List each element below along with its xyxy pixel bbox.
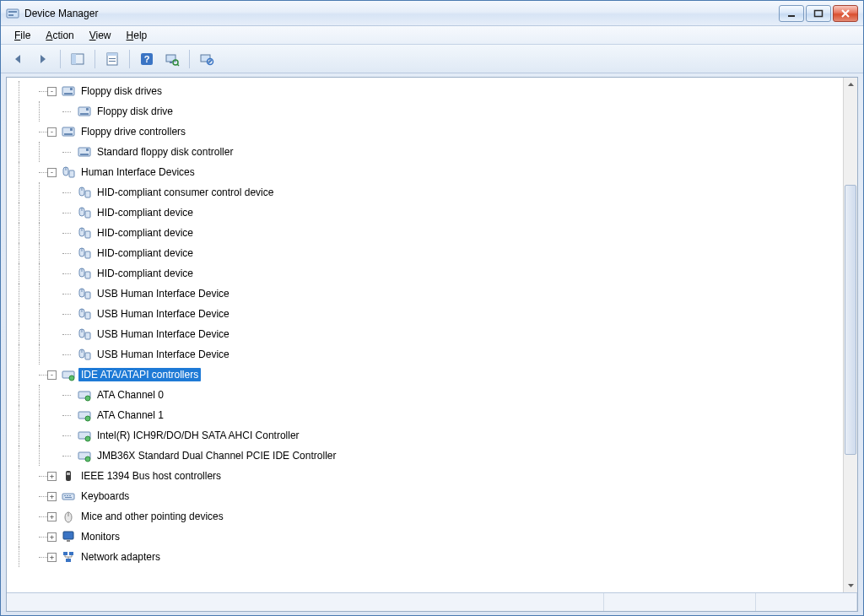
tree-node-label[interactable]: Floppy disk drive (94, 105, 176, 118)
svg-rect-47 (85, 332, 90, 339)
tree-node[interactable]: -IDE ATA/ATAPI controllers (14, 365, 843, 385)
menu-view[interactable]: View (83, 28, 118, 43)
tree-node-label[interactable]: Monitors (78, 530, 122, 543)
tree-node[interactable]: USB Human Interface Device (14, 284, 843, 304)
hid-icon (78, 307, 91, 321)
vertical-scrollbar[interactable] (843, 78, 857, 592)
tree-node-label[interactable]: Human Interface Devices (78, 165, 197, 179)
titlebar[interactable]: Device Manager (1, 1, 863, 26)
expand-icon[interactable]: + (47, 532, 57, 542)
tree-node[interactable]: HID-compliant device (14, 203, 843, 223)
tree-node[interactable]: +IEEE 1394 Bus host controllers (14, 466, 843, 486)
close-button[interactable] (833, 5, 858, 22)
tree-node-label[interactable]: Network adapters (78, 550, 163, 564)
tree-node[interactable]: USB Human Interface Device (14, 304, 843, 324)
svg-rect-0 (7, 9, 19, 18)
tree-node[interactable]: Intel(R) ICH9R/DO/DH SATA AHCI Controlle… (14, 425, 843, 446)
tree-node-label[interactable]: JMB36X Standard Dual Channel PCIE IDE Co… (94, 449, 338, 462)
tree-node[interactable]: ATA Channel 1 (14, 405, 843, 425)
svg-rect-68 (63, 532, 73, 539)
tree-node[interactable]: -Floppy disk drives (14, 81, 843, 101)
monitor-icon (62, 530, 75, 543)
properties-button[interactable] (100, 48, 124, 70)
scan-hardware-button[interactable] (160, 48, 184, 70)
tree-node-label[interactable]: Floppy drive controllers (78, 125, 188, 138)
tree-node-label[interactable]: Mice and other pointing devices (78, 510, 226, 523)
tree-node[interactable]: +Keyboards (14, 486, 843, 506)
svg-point-59 (85, 457, 90, 462)
scroll-track[interactable] (844, 92, 857, 578)
tree-node-label[interactable]: Floppy disk drives (78, 84, 165, 98)
tree-node-label[interactable]: Keyboards (78, 489, 132, 503)
toolbar-separator (189, 50, 190, 68)
svg-rect-9 (109, 58, 116, 59)
tree-node[interactable]: JMB36X Standard Dual Channel PCIE IDE Co… (14, 446, 843, 466)
collapse-icon[interactable]: - (47, 127, 57, 137)
scroll-down-button[interactable] (844, 578, 857, 592)
maximize-button[interactable] (806, 5, 831, 22)
device-tree[interactable]: -Floppy disk drivesFloppy disk drive-Flo… (7, 78, 843, 592)
help-button[interactable]: ? (135, 48, 159, 70)
mouse-icon (62, 510, 75, 523)
tree-node[interactable]: HID-compliant device (14, 243, 843, 263)
ide-icon (78, 408, 91, 422)
tree-node-label[interactable]: HID-compliant device (94, 226, 196, 240)
back-button[interactable] (6, 48, 30, 70)
menu-help[interactable]: Help (120, 28, 154, 43)
menu-file[interactable]: File (8, 28, 37, 43)
tree-node-label[interactable]: HID-compliant consumer control device (94, 186, 276, 199)
expand-icon[interactable]: + (47, 492, 57, 501)
tree-node-label[interactable]: Standard floppy disk controller (94, 145, 235, 159)
uninstall-button[interactable] (195, 48, 219, 70)
tree-node[interactable]: USB Human Interface Device (14, 324, 843, 344)
tree-node-label[interactable]: ATA Channel 0 (94, 388, 166, 402)
tree-node[interactable]: -Floppy drive controllers (14, 122, 843, 142)
svg-rect-64 (67, 495, 68, 496)
scroll-thumb[interactable] (845, 185, 856, 455)
tree-node[interactable]: Floppy disk drive (14, 101, 843, 122)
tree-node-label[interactable]: HID-compliant device (94, 267, 196, 280)
floppy-drive-icon (62, 84, 75, 98)
show-hide-tree-button[interactable] (66, 48, 89, 70)
svg-rect-22 (80, 113, 89, 115)
tree-node[interactable]: HID-compliant device (14, 223, 843, 243)
tree-node[interactable]: HID-compliant consumer control device (14, 182, 843, 203)
tree-node[interactable]: +Monitors (14, 527, 843, 547)
tree-node-label[interactable]: Intel(R) ICH9R/DO/DH SATA AHCI Controlle… (94, 429, 302, 442)
collapse-icon[interactable]: - (47, 370, 57, 380)
svg-rect-8 (107, 53, 117, 56)
tree-node[interactable]: +Mice and other pointing devices (14, 506, 843, 527)
tree-node[interactable]: Standard floppy disk controller (14, 142, 843, 162)
forward-button[interactable] (31, 48, 55, 70)
menu-action[interactable]: Action (39, 28, 80, 43)
minimize-button[interactable] (779, 5, 804, 22)
toolbar-separator (94, 50, 95, 68)
tree-node[interactable]: +Network adapters (14, 547, 843, 567)
tree-node[interactable]: USB Human Interface Device (14, 344, 843, 365)
svg-rect-29 (86, 149, 89, 151)
tree-node-label[interactable]: HID-compliant device (94, 206, 196, 219)
tree-node-label[interactable]: USB Human Interface Device (94, 307, 232, 321)
tree-node-label[interactable]: HID-compliant device (94, 246, 196, 260)
tree-node[interactable]: -Human Interface Devices (14, 162, 843, 182)
scroll-up-button[interactable] (844, 78, 857, 92)
tree-node-label[interactable]: USB Human Interface Device (94, 348, 232, 361)
expand-icon[interactable]: + (47, 553, 57, 562)
collapse-icon[interactable]: - (47, 168, 57, 177)
collapse-icon[interactable]: - (47, 87, 57, 96)
svg-rect-3 (788, 15, 795, 17)
status-segment (604, 593, 756, 611)
tree-node-label[interactable]: ATA Channel 1 (94, 408, 166, 422)
tree-node-label[interactable]: IEEE 1394 Bus host controllers (78, 469, 224, 483)
expand-icon[interactable]: + (47, 472, 57, 481)
device-manager-window: Device Manager File Action View Help ? (0, 0, 864, 616)
svg-rect-10 (109, 61, 116, 62)
tree-node[interactable]: ATA Channel 0 (14, 385, 843, 405)
svg-rect-49 (85, 353, 90, 359)
svg-rect-19 (64, 93, 73, 95)
expand-icon[interactable]: + (47, 512, 57, 521)
tree-node-label[interactable]: USB Human Interface Device (94, 287, 232, 300)
tree-node-label[interactable]: IDE ATA/ATAPI controllers (78, 368, 201, 381)
tree-node[interactable]: HID-compliant device (14, 263, 843, 284)
tree-node-label[interactable]: USB Human Interface Device (94, 327, 232, 341)
